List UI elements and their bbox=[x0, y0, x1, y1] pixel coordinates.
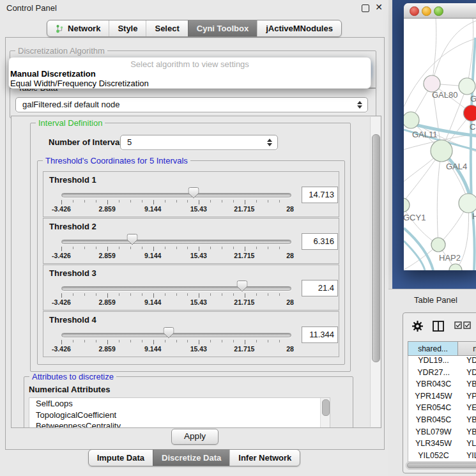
settings-scrollbar-thumb[interactable] bbox=[372, 134, 380, 362]
combo-stepper-icon bbox=[357, 98, 364, 112]
node-gcy1[interactable] bbox=[404, 198, 410, 212]
threshold-1-value-field[interactable]: 14.713 bbox=[302, 187, 338, 203]
table-row[interactable]: YPR145WYPR1 bbox=[408, 392, 476, 404]
control-panel-title: Control Panel bbox=[6, 3, 57, 13]
table-horizontal-scrollbar-thumb[interactable] bbox=[407, 463, 476, 468]
threshold-row-4: Threshold 4 -3.4262.8599.14415.4321.7152… bbox=[43, 311, 339, 357]
tab-impute-data[interactable]: Impute Data bbox=[89, 450, 153, 466]
number-of-intervals-combobox[interactable]: 5 bbox=[120, 135, 278, 150]
table-row[interactable]: YBR043CYBR0 bbox=[408, 380, 476, 392]
tab-cyni-toolbox[interactable]: Cyni Toolbox bbox=[188, 20, 257, 36]
threshold-4-slider-thumb[interactable] bbox=[164, 327, 174, 341]
discretization-algorithm-title: Discretization Algorithm bbox=[15, 46, 107, 56]
node-red-selected[interactable] bbox=[464, 105, 476, 121]
column-header-name[interactable]: na bbox=[458, 341, 476, 356]
table-panel: Table Panel bbox=[388, 289, 476, 476]
network-icon bbox=[56, 24, 64, 33]
network-canvas[interactable]: GAL80 GA C GAL11 GAL4 GCY1 H HAP2 bbox=[404, 19, 476, 270]
threshold-4-label: Threshold 4 bbox=[49, 315, 96, 325]
algorithm-popup-prompt: Select algorithm to view settings bbox=[9, 59, 371, 69]
tab-jactivemnodules[interactable]: jActiveMNodules bbox=[257, 20, 341, 36]
table-row[interactable]: YBR045CYBR0 bbox=[408, 415, 476, 427]
interval-definition-group: Interval Definition Number of Intervals … bbox=[30, 123, 351, 372]
settings-scrollbar[interactable] bbox=[370, 117, 380, 427]
list-scrollbar[interactable] bbox=[320, 398, 330, 428]
node-label: HAP2 bbox=[439, 253, 461, 263]
tab-discretize-data[interactable]: Discretize Data bbox=[153, 450, 229, 466]
table-header-row: shared... na bbox=[408, 341, 476, 356]
threshold-row-2: Threshold 2 -3.4262.8599.14415.4321.7152… bbox=[43, 218, 339, 264]
tab-style[interactable]: Style bbox=[109, 20, 146, 36]
combo-stepper-icon bbox=[267, 135, 273, 150]
table-row[interactable]: YER054CYER0 bbox=[408, 403, 476, 415]
float-window-icon[interactable] bbox=[362, 4, 369, 12]
number-of-intervals-label: Number of Intervals bbox=[49, 137, 127, 147]
threshold-row-1: Threshold 1 -3.4262.8599.14415.4321.7152… bbox=[43, 171, 339, 217]
network-view-window: GAL80 GA C GAL11 GAL4 GCY1 H HAP2 bbox=[404, 3, 476, 270]
tab-select[interactable]: Select bbox=[146, 20, 187, 36]
tab-network-label: Network bbox=[68, 24, 100, 33]
table-row[interactable]: YBL079WYBL0 bbox=[408, 427, 476, 440]
apply-button[interactable]: Apply bbox=[171, 429, 219, 445]
threshold-3-slider-thumb[interactable] bbox=[236, 280, 247, 295]
close-traffic-light-icon[interactable] bbox=[410, 6, 419, 16]
table-row[interactable]: YLR345WYLR3 bbox=[408, 439, 476, 451]
node-label: GA bbox=[470, 94, 476, 104]
slider-tick-labels: -3.4262.8599.14415.4321.71528 bbox=[61, 205, 290, 213]
column-header-shared-name[interactable]: shared... bbox=[408, 341, 458, 356]
algorithm-popup: Select algorithm to view settings Manual… bbox=[8, 57, 371, 89]
list-item-selfloops[interactable]: SelfLoops bbox=[29, 398, 330, 410]
list-scrollbar-thumb[interactable] bbox=[322, 399, 330, 416]
popup-item-equal-width-frequency[interactable]: Equal Width/Frequency Discretization bbox=[9, 79, 371, 88]
node-hap2[interactable] bbox=[431, 238, 445, 252]
network-graph: GAL80 GA C GAL11 GAL4 GCY1 H HAP2 bbox=[404, 19, 476, 270]
minimize-traffic-light-icon[interactable] bbox=[422, 6, 431, 16]
node-gal11[interactable] bbox=[404, 112, 419, 128]
table-panel-title: Table Panel bbox=[414, 295, 457, 305]
thresholds-group-title: Threshold's Coordinates for 5 Intervals bbox=[43, 156, 190, 165]
threshold-1-label: Threshold 1 bbox=[49, 175, 96, 185]
slider-major-ticks bbox=[61, 200, 291, 204]
node-ga[interactable] bbox=[459, 78, 475, 95]
list-item-topologicalcoefficient[interactable]: TopologicalCoefficient bbox=[29, 410, 330, 421]
table-data-combobox[interactable]: galFiltered.sif default node bbox=[15, 97, 368, 112]
zoom-traffic-light-icon[interactable] bbox=[434, 6, 443, 16]
slider-major-ticks bbox=[61, 247, 291, 251]
threshold-1-slider-thumb[interactable] bbox=[188, 187, 199, 201]
bottom-tab-row: Impute Data Discretize Data Infer Networ… bbox=[0, 449, 388, 466]
popup-item-manual-discretization[interactable]: Manual Discretization bbox=[9, 69, 371, 79]
threshold-3-value-field[interactable]: 21.4 bbox=[302, 280, 338, 296]
close-icon[interactable]: ✕ bbox=[375, 2, 383, 12]
threshold-4-value-field[interactable]: 11.344 bbox=[302, 326, 338, 343]
node-label: GCY1 bbox=[404, 213, 426, 222]
node-h[interactable] bbox=[459, 194, 476, 213]
threshold-2-value-field[interactable]: 6.316 bbox=[302, 233, 338, 250]
network-window-titlebar[interactable] bbox=[404, 3, 476, 19]
table-row[interactable]: YDL19...YDL1 bbox=[408, 356, 476, 368]
interval-definition-title: Interval Definition bbox=[36, 118, 105, 128]
number-of-intervals-value: 5 bbox=[127, 137, 132, 147]
node-gal4[interactable] bbox=[431, 140, 452, 162]
node-label: H bbox=[472, 211, 476, 221]
node-label: GAL80 bbox=[432, 90, 457, 100]
tab-network[interactable]: Network bbox=[47, 20, 109, 36]
slider-tick-labels: -3.4262.8599.14415.4321.71528 bbox=[61, 345, 290, 353]
columns-icon[interactable] bbox=[433, 321, 444, 332]
node-table: shared... na YDL19...YDL1 YDR27...YDR2 Y… bbox=[408, 341, 476, 463]
list-item-betweennesscentrality[interactable]: BetweennessCentrality bbox=[29, 420, 330, 428]
threshold-row-3: Threshold 3 -3.4262.8599.14415.4321.7152… bbox=[43, 265, 339, 311]
table-body: YDL19...YDL1 YDR27...YDR2 YBR043CYBR0 YP… bbox=[408, 356, 476, 463]
threshold-3-label: Threshold 3 bbox=[49, 268, 96, 278]
slider-tick-labels: -3.4262.8599.14415.4321.71528 bbox=[61, 298, 290, 306]
gear-icon[interactable] bbox=[412, 321, 423, 332]
node-label: C bbox=[470, 122, 475, 132]
numerical-attributes-list: SelfLoops TopologicalCoefficient Between… bbox=[29, 397, 330, 428]
table-horizontal-scrollbar[interactable] bbox=[406, 461, 476, 470]
checkboxes-icon[interactable] bbox=[454, 321, 471, 330]
node-bottom-partial[interactable] bbox=[449, 264, 462, 270]
numerical-attributes-label: Numerical Attributes bbox=[29, 385, 110, 394]
threshold-2-slider-thumb[interactable] bbox=[127, 234, 137, 248]
tab-infer-network[interactable]: Infer Network bbox=[229, 450, 300, 466]
threshold-2-label: Threshold 2 bbox=[49, 222, 96, 231]
table-row[interactable]: YDR27...YDR2 bbox=[408, 368, 476, 380]
